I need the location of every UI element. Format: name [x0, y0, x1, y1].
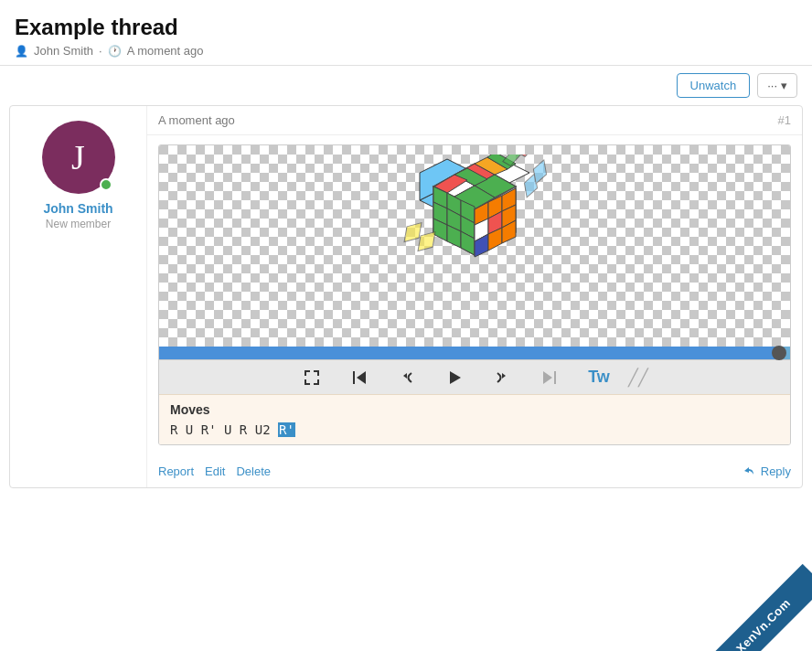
- post-actions: Report Edit Delete: [158, 464, 271, 478]
- post-content: A moment ago #1: [147, 106, 802, 487]
- time-icon: 🕐: [108, 45, 122, 58]
- more-button[interactable]: ··· ▾: [757, 73, 797, 98]
- svg-marker-53: [543, 371, 552, 384]
- moves-section: Moves R U R' U R U2 R': [159, 394, 790, 444]
- svg-marker-35: [418, 229, 435, 253]
- author-icon: 👤: [15, 45, 28, 58]
- skip-forward-button[interactable]: [539, 367, 561, 389]
- moves-label: Moves: [170, 402, 779, 417]
- edit-link[interactable]: Edit: [205, 464, 225, 478]
- svg-marker-36: [404, 220, 422, 244]
- svg-rect-46: [317, 379, 319, 385]
- svg-marker-50: [450, 371, 461, 384]
- cube-viewer: Tw ╱╱ Moves R U R' U R U2 R': [158, 144, 791, 445]
- page-meta: 👤 John Smith · 🕐 A moment ago: [15, 44, 797, 58]
- user-role: New member: [46, 218, 111, 230]
- watermark: XenVn.Com: [702, 563, 812, 651]
- post-header: A moment ago #1: [147, 106, 802, 135]
- fullscreen-icon: [303, 368, 321, 387]
- svg-rect-52: [554, 371, 556, 384]
- play-icon: [445, 368, 464, 387]
- page-title: Example thread: [15, 15, 797, 40]
- meta-author: John Smith: [34, 44, 93, 58]
- svg-rect-40: [304, 370, 306, 376]
- post-timestamp: A moment ago: [158, 113, 235, 127]
- chevron-down-icon: ▾: [781, 79, 787, 92]
- progress-fill: [159, 347, 777, 359]
- svg-marker-48: [357, 371, 366, 384]
- delete-link[interactable]: Delete: [236, 464, 271, 478]
- avatar-wrapper: J: [42, 121, 115, 194]
- cube-display: [159, 145, 790, 347]
- diagonal-lines-icon: ╱╱: [628, 368, 648, 388]
- skip-back-icon: [350, 368, 369, 387]
- skip-back-button[interactable]: [348, 367, 370, 389]
- cube-controls: Tw ╱╱: [159, 359, 790, 394]
- reply-label: Reply: [761, 464, 791, 478]
- svg-marker-51: [502, 373, 506, 379]
- page-wrapper: Example thread 👤 John Smith · 🕐 A moment…: [0, 0, 812, 651]
- post-sidebar: J John Smith New member: [10, 106, 147, 487]
- cube-svg: [383, 155, 566, 337]
- tw-button[interactable]: Tw: [586, 366, 612, 389]
- moves-highlight: R': [278, 422, 295, 437]
- skip-forward-icon: [540, 368, 559, 387]
- progress-bar[interactable]: [159, 347, 790, 359]
- svg-rect-47: [353, 371, 355, 384]
- reply-button[interactable]: Reply: [743, 464, 791, 478]
- online-badge: [100, 178, 112, 191]
- unwatch-button[interactable]: Unwatch: [677, 73, 751, 98]
- forward-icon: [493, 368, 511, 387]
- post-container: J John Smith New member A moment ago #1: [9, 105, 803, 488]
- thread-toolbar: Unwatch ··· ▾: [0, 66, 812, 105]
- svg-rect-44: [304, 379, 306, 385]
- fullscreen-button[interactable]: [301, 367, 323, 389]
- forward-button[interactable]: [491, 367, 513, 389]
- avatar-letter: J: [71, 137, 85, 177]
- page-header: Example thread 👤 John Smith · 🕐 A moment…: [0, 0, 812, 66]
- progress-knob[interactable]: [772, 346, 786, 360]
- post-number: #1: [778, 113, 791, 127]
- rewind-icon: [398, 368, 416, 387]
- more-dots: ···: [767, 79, 777, 92]
- watermark-box: XenVn.Com: [702, 560, 812, 651]
- rewind-button[interactable]: [396, 367, 418, 389]
- svg-marker-49: [403, 373, 407, 379]
- report-link[interactable]: Report: [158, 464, 194, 478]
- meta-time: A moment ago: [127, 44, 204, 58]
- moves-text: R U R' U R U2 R': [170, 422, 779, 437]
- svg-rect-42: [317, 370, 319, 376]
- rubiks-cube-svg: [383, 155, 566, 337]
- post-footer: Report Edit Delete Reply: [147, 454, 802, 487]
- play-button[interactable]: [443, 367, 465, 389]
- user-name[interactable]: John Smith: [43, 201, 112, 216]
- reply-icon: [743, 464, 757, 478]
